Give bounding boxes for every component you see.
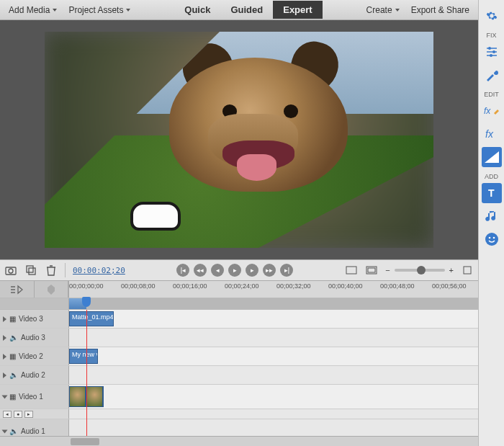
svg-text:T: T [488, 187, 495, 199]
topbar: Add Media Project Assets Quick Guided Ex… [0, 0, 478, 20]
mode-expert[interactable]: Expert [273, 1, 322, 19]
film-icon[interactable]: ▦ [9, 352, 16, 360]
zoom-slider[interactable] [395, 269, 445, 272]
work-area-bar[interactable] [69, 298, 478, 309]
project-assets-menu[interactable]: Project Assets [64, 3, 135, 17]
svg-rect-6 [368, 268, 375, 272]
track-toggle-button[interactable]: ● [14, 411, 22, 418]
rewind-icon[interactable]: ◂◂ [194, 264, 207, 277]
film-icon[interactable]: ▦ [9, 393, 16, 401]
expand-icon[interactable] [3, 373, 6, 378]
ruler-tick: 00;00;24;00 [225, 282, 259, 290]
rail-section-add: ADD [485, 173, 498, 180]
svg-text:fx: fx [484, 106, 491, 116]
svg-text:fx: fx [485, 128, 494, 140]
marker-tool-icon[interactable] [35, 281, 69, 298]
film-icon[interactable]: ▦ [9, 315, 16, 323]
camera-icon[interactable] [4, 264, 17, 277]
fx-edit-icon[interactable]: fx [482, 101, 502, 121]
step-back-icon[interactable]: ◂ [211, 264, 224, 277]
add-media-menu[interactable]: Add Media [4, 3, 61, 17]
horizontal-scrollbar[interactable] [0, 436, 478, 446]
timecode[interactable]: 00:00:02;20 [73, 266, 125, 275]
music-icon[interactable] [482, 206, 502, 226]
speaker-icon[interactable]: 🔈 [9, 427, 18, 435]
svg-point-14 [485, 233, 498, 246]
collapse-icon[interactable] [2, 395, 8, 398]
titles-icon[interactable]: T [482, 183, 502, 203]
clip-thumb-2[interactable] [86, 386, 104, 407]
svg-point-16 [492, 237, 495, 239]
ruler-tick: 00;00;32;00 [276, 282, 311, 290]
track-toggle-button[interactable]: ◂ [3, 411, 12, 418]
fullscreen-icon[interactable] [345, 264, 358, 277]
ruler-tick: 00;00;48;00 [380, 282, 415, 290]
settings-gear-icon[interactable] [482, 6, 502, 26]
track-header-video1[interactable]: ▦Video 1 [0, 385, 69, 409]
track-header-audio1[interactable]: 🔈Audio 1 [0, 419, 69, 436]
fx-icon[interactable]: fx [482, 124, 502, 144]
svg-rect-2 [27, 266, 33, 272]
track-header-video2[interactable]: ▦Video 2 [0, 347, 69, 365]
ruler-tick: 00;00;56;00 [432, 282, 467, 290]
preview-monitor[interactable] [45, 32, 433, 248]
tracks-area: ▦Video 3 Matte_01.mp4 🔈Audio 3 ▦Video 2 … [0, 310, 478, 436]
track-header-video3[interactable]: ▦Video 3 [0, 310, 69, 328]
timeline-panel: 00;00;00;0000;00;08;0000;00;16;0000;00;2… [0, 281, 478, 446]
goto-start-icon[interactable]: |◂ [176, 264, 189, 277]
preview-area [0, 20, 478, 259]
ruler-tick: 00;00;16;00 [173, 282, 207, 290]
svg-point-9 [492, 50, 495, 53]
track-toggle-button[interactable]: ▸ [24, 411, 33, 418]
rail-section-fix: FIX [486, 32, 496, 39]
mode-guided[interactable]: Guided [220, 1, 273, 19]
clip-matte[interactable]: Matte_01.mp4 [69, 311, 114, 326]
svg-rect-4 [346, 267, 356, 274]
main-column: Add Media Project Assets Quick Guided Ex… [0, 0, 478, 446]
expand-icon[interactable] [3, 335, 6, 341]
safe-margins-icon[interactable] [365, 264, 378, 277]
expand-icon[interactable] [3, 354, 6, 360]
svg-rect-3 [29, 268, 35, 275]
transitions-icon[interactable] [482, 147, 502, 167]
rail-section-edit: EDIT [484, 91, 499, 98]
trash-icon[interactable] [45, 264, 58, 277]
control-bar: 00:00:02;20 |◂ ◂◂ ◂ ▸ ▸ ▸▸ ▸| − + [0, 259, 478, 281]
play-icon[interactable]: ▸ [228, 264, 241, 277]
ruler-tick: 00;00;40;00 [328, 282, 363, 290]
zoom-out-button[interactable]: − [385, 266, 390, 275]
speaker-icon[interactable]: 🔈 [9, 334, 18, 342]
step-forward-icon[interactable]: ▸ [246, 264, 258, 277]
collapse-icon[interactable] [2, 429, 8, 433]
clip-mynewvid[interactable]: My new vid [69, 349, 98, 364]
svg-point-15 [488, 237, 490, 239]
svg-rect-7 [464, 267, 471, 274]
tools-icon[interactable] [482, 65, 502, 85]
mode-quick[interactable]: Quick [174, 1, 220, 19]
track-header-audio2[interactable]: 🔈Audio 2 [0, 366, 69, 384]
fast-forward-icon[interactable]: ▸▸ [263, 264, 276, 277]
graphics-smiley-icon[interactable] [482, 229, 502, 249]
expand-icon[interactable] [3, 316, 6, 322]
playhead-icon[interactable] [82, 297, 91, 307]
create-menu[interactable]: Create [362, 3, 404, 17]
svg-point-1 [9, 269, 13, 273]
ruler-tick: 00;00;08;00 [121, 282, 156, 290]
duplicate-icon[interactable] [24, 264, 37, 277]
playhead-line [86, 310, 87, 436]
right-rail: FIX EDIT fx fx ADD T [478, 0, 504, 446]
track-header-audio3[interactable]: 🔈Audio 3 [0, 329, 69, 347]
render-icon[interactable] [461, 264, 474, 277]
clip-thumb-1[interactable] [69, 386, 86, 407]
adjust-sliders-icon[interactable] [482, 42, 502, 62]
zoom-in-button[interactable]: + [449, 266, 454, 275]
export-share-button[interactable]: Export & Share [407, 3, 474, 17]
tracks-tool-icon[interactable] [0, 281, 35, 298]
goto-end-icon[interactable]: ▸| [280, 264, 293, 277]
speaker-icon[interactable]: 🔈 [9, 371, 18, 379]
svg-point-10 [490, 54, 492, 57]
svg-point-8 [488, 47, 491, 50]
ruler-tick: 00;00;00;00 [69, 282, 104, 290]
time-ruler[interactable]: 00;00;00;0000;00;08;0000;00;16;0000;00;2… [69, 281, 478, 298]
